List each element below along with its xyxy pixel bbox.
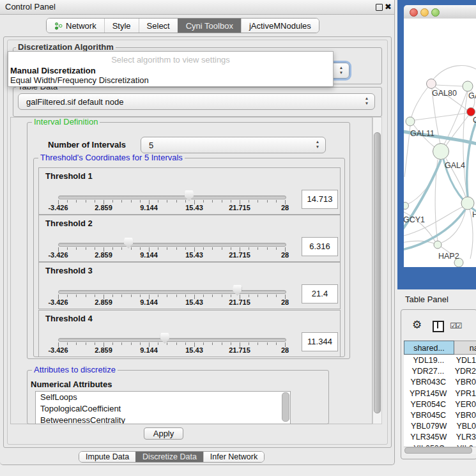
minor-tick <box>276 342 277 345</box>
network-node[interactable] <box>467 108 475 116</box>
minor-tick <box>231 247 231 250</box>
minor-tick <box>185 200 186 203</box>
attributes-list-scrollbar[interactable] <box>282 392 289 422</box>
tab-style[interactable]: Style <box>104 19 139 33</box>
number-of-intervals-combo[interactable]: 5 ▲▼ <box>141 137 326 153</box>
slider-thumb[interactable] <box>124 238 133 249</box>
threshold-value-field[interactable]: 21.4 <box>302 284 338 303</box>
minor-tick <box>95 342 95 345</box>
columns-split-icon[interactable] <box>433 321 444 332</box>
table-row[interactable]: YBR045CYBR0 <box>404 410 476 421</box>
network-node[interactable] <box>433 144 449 160</box>
slider-track[interactable] <box>58 196 286 199</box>
cell-name: YLR3 <box>454 432 476 443</box>
list-item[interactable]: BetweennessCentrality <box>36 415 290 424</box>
horizontal-scrollbar-thumb[interactable] <box>404 447 472 454</box>
minor-tick <box>222 295 222 297</box>
network-node[interactable] <box>434 241 441 249</box>
list-item[interactable]: TopologicalCoefficient <box>36 403 290 415</box>
network-node[interactable] <box>461 197 474 210</box>
tick-label: -3.426 <box>48 346 68 354</box>
minor-tick <box>95 295 95 297</box>
table-data-combo[interactable]: galFiltered.sif default node ▲▼ <box>18 93 375 110</box>
minor-tick <box>158 295 158 297</box>
threshold-value-field[interactable]: 11.344 <box>302 332 338 351</box>
column-header-shared-name[interactable]: shared... <box>404 341 454 355</box>
minor-tick <box>86 200 86 203</box>
table-row[interactable]: YDL19...YDL1 <box>404 355 476 366</box>
minor-tick <box>185 247 186 250</box>
minor-tick <box>86 247 86 250</box>
slider-track[interactable] <box>58 338 286 342</box>
minor-tick <box>76 342 77 345</box>
float-icon[interactable] <box>376 4 383 11</box>
tab-label: Style <box>112 21 131 31</box>
minor-tick <box>167 295 167 297</box>
tick-label: 21.715 <box>229 251 250 259</box>
traffic-light-close-button[interactable] <box>410 8 418 17</box>
network-canvas[interactable]: GAL80GACGAL11GAL4GCY1HHAP2 <box>404 19 476 267</box>
minor-tick <box>95 247 95 250</box>
tick-label: 28 <box>281 251 289 259</box>
slider-thumb[interactable] <box>185 190 194 201</box>
minor-tick <box>86 295 86 297</box>
tab-impute-data[interactable]: Impute Data <box>79 452 135 462</box>
cell-name: YDL1 <box>454 355 476 366</box>
column-header-name[interactable]: name <box>454 341 476 355</box>
close-icon[interactable]: ✖ <box>385 2 392 12</box>
slider-track[interactable] <box>58 290 286 294</box>
table-row[interactable]: YDR27...YDR2 <box>404 366 476 377</box>
minor-tick <box>212 342 213 345</box>
network-node[interactable] <box>404 203 409 210</box>
checkboxes-icon[interactable]: ☑☑ <box>450 321 461 330</box>
minor-tick <box>222 342 222 345</box>
threshold-label: Threshold 3 <box>45 266 93 275</box>
network-node[interactable] <box>463 81 473 91</box>
slider-track[interactable] <box>58 243 286 247</box>
gear-icon[interactable]: ⚙ <box>412 318 422 332</box>
cell-shared-name: YER054C <box>404 399 452 410</box>
minor-tick <box>86 342 86 345</box>
network-edge-highlighted <box>467 116 476 197</box>
traffic-light-zoom-button[interactable] <box>431 8 440 17</box>
minor-tick <box>121 295 122 297</box>
tab-label: Infer Network <box>210 452 257 461</box>
traffic-light-minimize-button[interactable] <box>420 8 429 17</box>
tick-label: -3.426 <box>48 298 68 306</box>
table-row[interactable]: YBL079WYBL0 <box>404 421 476 432</box>
minor-tick <box>112 200 113 203</box>
network-node[interactable] <box>406 117 415 126</box>
minor-tick <box>249 200 249 203</box>
popup-item-equal-width-frequency[interactable]: Equal Width/Frequency Discretization <box>10 75 149 85</box>
tab-jactivemnodules[interactable]: jActiveMNodules <box>241 19 319 33</box>
tab-discretize-data[interactable]: Discretize Data <box>135 452 203 462</box>
minor-tick <box>140 200 141 203</box>
minor-tick <box>76 200 77 203</box>
minor-tick <box>231 200 231 203</box>
minor-tick <box>131 200 132 203</box>
table-row[interactable]: YLR345WYLR3 <box>404 432 476 443</box>
vertical-scrollbar-thumb[interactable] <box>374 132 381 413</box>
list-item[interactable]: SelfLoops <box>36 392 290 403</box>
top-tab-bar: NetworkStyleSelectCyni ToolboxjActiveMNo… <box>46 18 319 33</box>
network-node[interactable] <box>427 79 436 89</box>
table-row[interactable]: YBR043CYBR0 <box>404 377 476 388</box>
threshold-label: Threshold 2 <box>45 219 93 228</box>
threshold-value-field[interactable]: 14.713 <box>302 190 338 209</box>
minor-tick <box>185 342 186 345</box>
slider-thumb[interactable] <box>160 333 169 344</box>
popup-item-manual-discretization[interactable]: Manual Discretization <box>10 66 96 75</box>
tab-network[interactable]: Network <box>47 19 104 33</box>
tab-cyni-toolbox[interactable]: Cyni Toolbox <box>178 19 241 33</box>
combo-stepper-icon: ▲▼ <box>364 96 370 106</box>
tab-select[interactable]: Select <box>139 19 178 33</box>
table-row[interactable]: YPR145WYPR1 <box>404 388 476 399</box>
cell-shared-name: YDR27... <box>404 366 452 377</box>
table-rows[interactable]: YDL19...YDL1YDR27...YDR2YBR043CYBR0YPR14… <box>404 355 476 447</box>
table-row[interactable]: YER054CYER0 <box>404 399 476 410</box>
slider-thumb[interactable] <box>233 285 242 296</box>
threshold-value-field[interactable]: 6.316 <box>302 237 338 256</box>
numerical-attributes-list[interactable]: SelfLoopsTopologicalCoefficientBetweenne… <box>35 391 291 424</box>
tab-infer-network[interactable]: Infer Network <box>203 452 264 462</box>
apply-button[interactable]: Apply <box>144 427 183 440</box>
